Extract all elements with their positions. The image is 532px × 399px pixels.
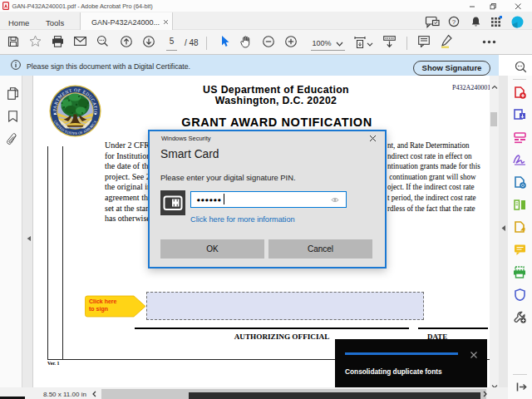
svg-text:to sign: to sign	[89, 306, 108, 313]
svg-text:?: ?	[452, 18, 456, 26]
svg-text:Click here: Click here	[89, 298, 117, 304]
